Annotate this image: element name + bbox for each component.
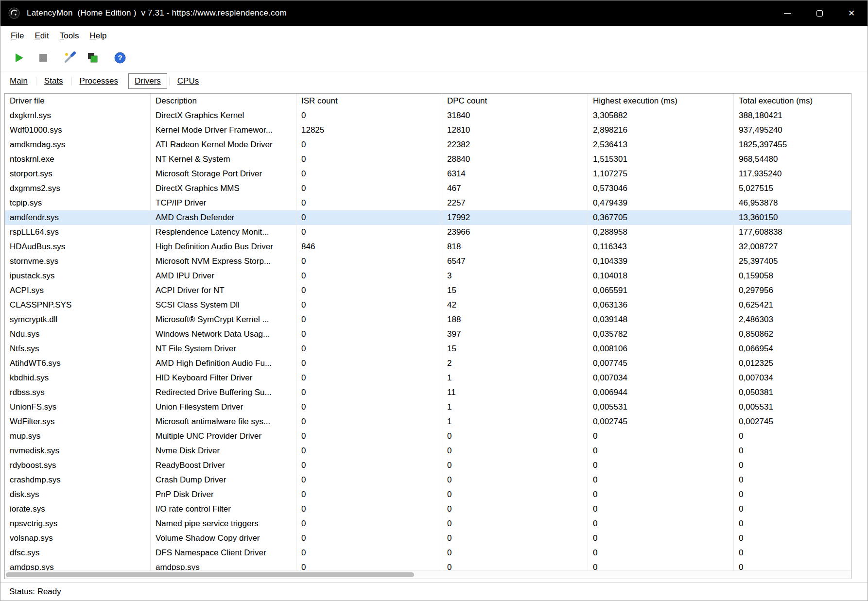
table-row[interactable]: npsvctrig.sysNamed pipe service triggers…	[5, 516, 851, 531]
table-cell: 0	[733, 546, 851, 560]
table-row[interactable]: disk.sysPnP Disk Driver0000	[5, 487, 851, 502]
table-row[interactable]: HDAudBus.sysHigh Definition Audio Bus Dr…	[5, 240, 851, 254]
table-cell: 0	[733, 444, 851, 458]
menu-item-tools[interactable]: Tools	[54, 28, 85, 44]
tools-icon	[63, 51, 76, 67]
table-row[interactable]: dxgkrnl.sysDirectX Graphics Kernel031840…	[5, 108, 851, 123]
tab-stats[interactable]: Stats	[36, 73, 71, 89]
table-cell: 0	[588, 546, 733, 560]
copy-report-button[interactable]	[82, 49, 104, 69]
table-cell: dxgmms2.sys	[5, 181, 150, 196]
table-cell: 32,008727	[733, 240, 851, 254]
table-cell: iorate.sys	[5, 502, 150, 516]
horizontal-scrollbar[interactable]	[5, 570, 851, 579]
table-row[interactable]: rdyboost.sysReadyBoost Driver0000	[5, 458, 851, 473]
table-row[interactable]: mup.sysMultiple UNC Provider Driver0000	[5, 429, 851, 444]
table-row[interactable]: CLASSPNP.SYSSCSI Class System Dll0420,06…	[5, 298, 851, 312]
column-header[interactable]: Total execution (ms)	[733, 94, 851, 108]
tab-processes[interactable]: Processes	[71, 73, 126, 89]
table-cell: Named pipe service triggers	[150, 516, 296, 531]
table-row[interactable]: dxgmms2.sysDirectX Graphics MMS04670,573…	[5, 181, 851, 196]
table-row[interactable]: nvmedisk.sysNvme Disk Driver0000	[5, 444, 851, 458]
table-row[interactable]: rspLLL64.sysResplendence Latency Monit..…	[5, 225, 851, 240]
table-cell: Union Filesystem Driver	[150, 400, 296, 414]
table-row[interactable]: amdpsp.sysamdpsp.sys0000	[5, 560, 851, 570]
table-cell: 1825,397455	[733, 137, 851, 152]
table-cell: PnP Disk Driver	[150, 487, 296, 502]
table-row[interactable]: iorate.sysI/O rate control Filter0000	[5, 502, 851, 516]
table-cell: 0	[733, 487, 851, 502]
options-button[interactable]	[59, 49, 80, 69]
stop-monitor-button[interactable]	[33, 49, 54, 69]
table-cell: Volume Shadow Copy driver	[150, 531, 296, 546]
table-cell: 6314	[442, 167, 588, 181]
table-row[interactable]: volsnap.sysVolume Shadow Copy driver0000	[5, 531, 851, 546]
table-row[interactable]: dfsc.sysDFS Namespace Client Driver0000	[5, 546, 851, 560]
table-cell: Windows Network Data Usag...	[150, 327, 296, 342]
minimize-button[interactable]	[771, 0, 803, 26]
tab-label: Stats	[44, 76, 63, 86]
column-header[interactable]: Highest execution (ms)	[588, 94, 733, 108]
table-row[interactable]: storport.sysMicrosoft Storage Port Drive…	[5, 167, 851, 181]
table-row[interactable]: Ntfs.sysNT File System Driver0150,008106…	[5, 342, 851, 356]
table-cell: 0,002745	[588, 414, 733, 429]
table-body: dxgkrnl.sysDirectX Graphics Kernel031840…	[5, 108, 851, 570]
table-row[interactable]: crashdmp.sysCrash Dump Driver0000	[5, 473, 851, 487]
table-cell: 3,305882	[588, 108, 733, 123]
table-cell: rspLLL64.sys	[5, 225, 150, 240]
table-cell: 0	[296, 181, 442, 196]
table-cell: 28840	[442, 152, 588, 167]
table-row[interactable]: symcryptk.dllMicrosoft® SymCrypt Kernel …	[5, 312, 851, 327]
scrollbar-thumb[interactable]	[6, 572, 414, 577]
table-cell: 2	[442, 356, 588, 371]
table-row[interactable]: WdFilter.sysMicrosoft antimalware file s…	[5, 414, 851, 429]
start-monitor-button[interactable]	[8, 49, 30, 69]
tab-main[interactable]: Main	[1, 73, 36, 89]
close-button[interactable]: ✕	[835, 0, 868, 26]
table-cell: 0,006944	[588, 385, 733, 400]
table-row[interactable]: ACPI.sysACPI Driver for NT0150,0655910,2…	[5, 283, 851, 298]
table-cell: UnionFS.sys	[5, 400, 150, 414]
table-cell: 0,035782	[588, 327, 733, 342]
table-row[interactable]: Ndu.sysWindows Network Data Usag...03970…	[5, 327, 851, 342]
table-row[interactable]: kbdhid.sysHID Keyboard Filter Driver010,…	[5, 371, 851, 385]
menu-item-help[interactable]: Help	[84, 28, 112, 44]
maximize-button[interactable]	[803, 0, 835, 26]
tab-cpus[interactable]: CPUs	[169, 73, 207, 89]
table-cell: DirectX Graphics MMS	[150, 181, 296, 196]
table-cell: Ndu.sys	[5, 327, 150, 342]
table-row[interactable]: stornvme.sysMicrosoft NVM Express Storp.…	[5, 254, 851, 269]
table-cell: 188	[442, 312, 588, 327]
table-row[interactable]: AtihdWT6.sysAMD High Definition Audio Fu…	[5, 356, 851, 371]
column-header[interactable]: DPC count	[442, 94, 588, 108]
table-cell: 0,002745	[733, 414, 851, 429]
table-row[interactable]: ntoskrnl.exeNT Kernel & System0288401,51…	[5, 152, 851, 167]
table-row[interactable]: amdkmdag.sysATI Radeon Kernel Mode Drive…	[5, 137, 851, 152]
table-row[interactable]: UnionFS.sysUnion Filesystem Driver010,00…	[5, 400, 851, 414]
column-header[interactable]: Driver file	[5, 94, 150, 108]
table-cell: 0	[442, 458, 588, 473]
table-row[interactable]: Wdf01000.sysKernel Mode Driver Framewor.…	[5, 123, 851, 137]
menu-item-edit[interactable]: Edit	[29, 28, 54, 44]
table-cell: 937,495240	[733, 123, 851, 137]
table-cell: NT File System Driver	[150, 342, 296, 356]
table-row[interactable]: tcpip.sysTCP/IP Driver022570,47943946,95…	[5, 196, 851, 210]
tab-drivers[interactable]: Drivers	[128, 73, 167, 89]
table-cell: 2,536413	[588, 137, 733, 152]
table-row[interactable]: rdbss.sysRedirected Drive Buffering Su..…	[5, 385, 851, 400]
table-row[interactable]: amdfendr.sysAMD Crash Defender0179920,36…	[5, 210, 851, 225]
table-cell: 0,288958	[588, 225, 733, 240]
table-cell: 0	[296, 516, 442, 531]
table-cell: 1	[442, 414, 588, 429]
column-header[interactable]: ISR count	[296, 94, 442, 108]
menu-item-file[interactable]: File	[5, 28, 29, 44]
table-row[interactable]: ipustack.sysAMD IPU Driver030,1040180,15…	[5, 269, 851, 283]
table-cell: 818	[442, 240, 588, 254]
table-cell: 0	[296, 210, 442, 225]
table-cell: Resplendence Latency Monit...	[150, 225, 296, 240]
table-cell: 0	[588, 531, 733, 546]
table-cell: 0,063136	[588, 298, 733, 312]
help-button[interactable]: ?	[109, 49, 131, 69]
table-cell: 0	[296, 254, 442, 269]
column-header[interactable]: Description	[150, 94, 296, 108]
